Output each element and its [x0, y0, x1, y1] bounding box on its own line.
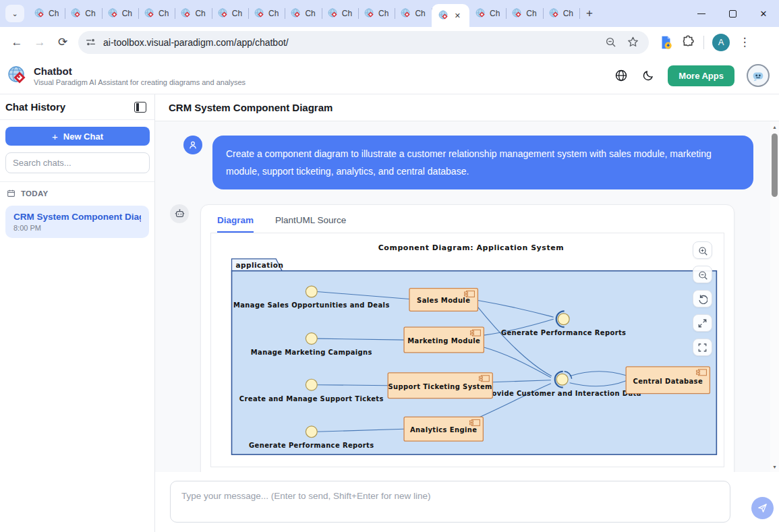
user-message-row: Create a component diagram to illustrate… [183, 136, 770, 189]
tab-label: Ch [49, 9, 59, 18]
message-input-bar [155, 472, 779, 532]
profile-avatar[interactable]: A [712, 34, 730, 51]
scroll-up-arrow[interactable]: ▲ [770, 123, 779, 131]
user-message-bubble: Create a component diagram to illustrate… [212, 136, 753, 189]
tab-plantuml-source[interactable]: PlantUML Source [275, 215, 346, 233]
window-close-button[interactable]: ✕ [748, 0, 779, 27]
tab-label: Ch [563, 9, 573, 18]
tab-diagram[interactable]: Diagram [217, 215, 254, 233]
browser-tab[interactable]: Ch [28, 0, 65, 27]
url-bar[interactable]: ai-toolbox.visual-paradigm.com/app/chatb… [78, 31, 649, 54]
tab-favicon-icon [328, 8, 339, 19]
reset-button[interactable] [693, 290, 712, 307]
new-tab-button[interactable]: + [579, 5, 600, 22]
chat-history-item[interactable]: CRM System Component Diagr... 8:00 PM [5, 206, 149, 238]
tab-label: Ch [158, 9, 169, 18]
tab-favicon-icon [549, 8, 560, 19]
chat-item-title: CRM System Component Diagr... [13, 212, 141, 222]
new-chat-button[interactable]: + New Chat [5, 127, 150, 146]
tab-search-chevron[interactable]: ⌄ [5, 5, 24, 22]
browser-tab[interactable]: Ch [102, 0, 138, 27]
app-title: Chatbot [34, 65, 246, 77]
window-maximize-button[interactable] [717, 0, 748, 27]
interface-label: Generate Performance Reports [501, 329, 627, 336]
calendar-icon [7, 189, 16, 198]
zoom-out-page-icon[interactable] [605, 36, 617, 49]
collapse-sidebar-icon[interactable] [134, 102, 146, 113]
browser-menu-button[interactable]: ⋮ [738, 31, 751, 54]
zoom-out-button[interactable] [693, 266, 712, 283]
url-text[interactable]: ai-toolbox.visual-paradigm.com/app/chatb… [103, 37, 605, 48]
tab-favicon-icon [218, 8, 229, 19]
more-apps-button[interactable]: More Apps [668, 65, 734, 86]
zoom-in-button[interactable] [693, 241, 712, 259]
scroll-down-arrow[interactable]: ▼ [770, 463, 779, 471]
zoom-in-icon [697, 245, 708, 256]
tab-label: Ch [342, 9, 352, 18]
search-chats-input[interactable] [5, 152, 150, 173]
component-label: Marketing Module [407, 337, 480, 345]
browser-tab-active[interactable]: ✕ [432, 4, 469, 27]
interface-ball [306, 379, 317, 390]
browser-tab[interactable]: Ch [506, 0, 542, 27]
message-input[interactable] [170, 481, 730, 523]
browser-tab[interactable]: Ch [212, 0, 248, 27]
zoom-out-icon [697, 270, 708, 280]
browser-tab[interactable]: Ch [175, 0, 211, 27]
tab-label: Ch [490, 9, 500, 18]
tab-favicon-icon [475, 8, 486, 19]
window-minimize-button[interactable] [686, 0, 717, 27]
tab-favicon-icon [254, 8, 265, 19]
tab-close-icon[interactable]: ✕ [453, 11, 463, 21]
browser-tab[interactable]: Ch [358, 0, 395, 27]
site-settings-tune-icon[interactable] [85, 36, 96, 48]
bookmark-star-icon[interactable] [627, 36, 639, 49]
component-icon [479, 376, 482, 378]
chatbot-avatar-icon[interactable] [747, 64, 770, 87]
back-button[interactable]: ← [5, 31, 28, 54]
diagram-zoom-controls [693, 241, 712, 356]
language-globe-icon[interactable] [614, 68, 629, 83]
reload-button[interactable]: ⟳ [51, 31, 74, 54]
browser-tab[interactable]: Ch [469, 0, 506, 27]
forward-button[interactable]: → [28, 31, 51, 54]
browser-tab[interactable]: Ch [138, 0, 175, 27]
tab-label: Ch [415, 9, 425, 18]
fullscreen-button[interactable] [693, 338, 712, 356]
expand-icon [697, 318, 708, 328]
send-button[interactable] [751, 497, 774, 519]
browser-tab[interactable]: Ch [322, 0, 358, 27]
diagram-card-tabs: DiagramPlantUML Source [201, 205, 734, 233]
diagram-viewport[interactable]: Component Diagram: Application Systemapp… [210, 233, 724, 467]
browser-tab[interactable]: Ch [65, 0, 101, 27]
messages-scrollbar[interactable]: ▲ ▼ [770, 121, 779, 472]
browser-toolbar: ← → ⟳ ai-toolbox.visual-paradigm.com/app… [0, 27, 779, 57]
tab-label: Ch [378, 9, 388, 18]
browser-tab[interactable]: Ch [543, 0, 579, 27]
app-header: Chatbot Visual Paradigm AI Assistant for… [0, 57, 779, 94]
app-subtitle: Visual Paradigm AI Assistant for creatin… [34, 78, 246, 86]
tab-favicon-icon [144, 8, 155, 19]
interface-label: Manage Sales Opportunities and Deals [233, 301, 390, 309]
extensions-puzzle-icon[interactable] [681, 35, 695, 49]
interface-label: Generate Performance Reports [249, 442, 374, 449]
interface-ball [306, 333, 317, 345]
package-label: application [235, 261, 283, 269]
component-icon [697, 370, 700, 372]
download-doc-icon[interactable] [658, 35, 673, 50]
component-icon [469, 421, 473, 422]
tab-favicon-icon [291, 8, 301, 19]
expand-button[interactable] [693, 314, 712, 332]
component-diagram: Component Diagram: Application Systemapp… [211, 233, 724, 467]
browser-tab[interactable]: Ch [285, 0, 321, 27]
browser-tab[interactable]: Ch [248, 0, 285, 27]
interface-ball [556, 374, 568, 385]
interface-label: Provide Customer and Interaction Data [484, 390, 641, 397]
maximize-icon [729, 10, 737, 18]
tab-favicon-icon [34, 8, 45, 19]
browser-tab[interactable]: Ch [395, 0, 431, 27]
scrollbar-thumb[interactable] [772, 134, 778, 197]
component-icon [470, 333, 473, 334]
sidebar-title: Chat History [5, 101, 65, 113]
dark-mode-moon-icon[interactable] [641, 68, 656, 83]
